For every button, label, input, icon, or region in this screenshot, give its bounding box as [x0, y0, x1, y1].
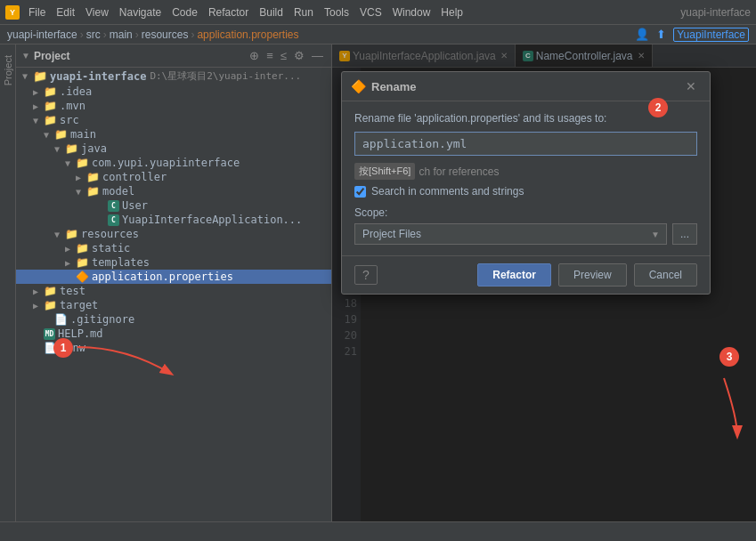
rename-input[interactable]	[354, 132, 697, 156]
tree-item-java[interactable]: ▼ 📁 java	[16, 141, 331, 156]
menu-view[interactable]: View	[80, 4, 114, 20]
search-comments-checkbox[interactable]	[354, 186, 366, 198]
dialog-header: 🔶 Rename ✕	[342, 72, 710, 101]
folder-icon-main: 📁	[54, 128, 68, 141]
project-strip-label[interactable]: Project	[1, 52, 15, 89]
scope-more-button[interactable]: ...	[672, 223, 697, 245]
class-icon-user: C	[108, 200, 119, 212]
scope-select[interactable]: Project Files Module Files All Places	[354, 223, 667, 245]
tree-resources-label: resources	[81, 228, 139, 240]
search-comments-label: Search in comments and strings	[371, 185, 524, 198]
folder-icon-test: 📁	[44, 285, 57, 297]
tree-item-controller[interactable]: ▶ 📁 controller	[16, 170, 331, 184]
tree-item-gitignore[interactable]: 📄 .gitignore	[16, 312, 331, 327]
menu-code[interactable]: Code	[167, 4, 203, 20]
tree-item-test[interactable]: ▶ 📁 test	[16, 284, 331, 298]
md-icon: MD	[44, 328, 55, 340]
status-bar	[0, 521, 756, 541]
folder-icon-controller: 📁	[86, 171, 100, 183]
panel-icon-settings[interactable]: ⚙	[291, 48, 307, 63]
props-icon: 🔶	[76, 270, 89, 283]
tree-item-static[interactable]: ▶ 📁 static	[16, 241, 331, 255]
tree-controller-label: controller	[102, 171, 167, 183]
panel-icon-list[interactable]: ≡	[264, 48, 276, 63]
panel-dropdown-icon: ▼	[21, 51, 30, 61]
tree-model-label: model	[102, 185, 134, 198]
folder-icon-templates: 📁	[76, 256, 89, 269]
panel-icon-collapse[interactable]: ≤	[278, 48, 289, 63]
tree-item-templates[interactable]: ▶ 📁 templates	[16, 255, 331, 270]
panel-title: Project	[34, 50, 70, 62]
tree-item-resources[interactable]: ▼ 📁 resources	[16, 227, 331, 241]
dialog-title-icon: 🔶	[351, 79, 366, 93]
tree-item-app-props[interactable]: 🔶 application.properties	[16, 270, 331, 284]
menu-edit[interactable]: Edit	[51, 4, 80, 20]
breadcrumb-main[interactable]: main	[110, 28, 133, 41]
dialog-close-button[interactable]: ✕	[681, 78, 701, 94]
tree-item-idea[interactable]: ▶ 📁 .idea	[16, 85, 331, 99]
menu-bar: File Edit View Navigate Code Refactor Bu…	[23, 4, 468, 20]
menu-refactor[interactable]: Refactor	[203, 4, 254, 20]
breadcrumb-arrow-icon: ⬆	[656, 28, 666, 42]
folder-icon-idea: 📁	[44, 85, 57, 98]
tree-root-path: D:\星球项目2\yuapi-inter...	[150, 69, 301, 83]
menu-build[interactable]: Build	[254, 4, 289, 20]
tree-item-main[interactable]: ▼ 📁 main	[16, 127, 331, 141]
annotation-1: 1	[53, 338, 73, 358]
tree-item-mvn[interactable]: ▶ 📁 .mvn	[16, 99, 331, 113]
tree-test-label: test	[60, 285, 85, 297]
project-panel: ▼ Project ⊕ ≡ ≤ ⚙ — ▼ 📁 yuapi-interface …	[16, 44, 332, 521]
shortcut-hint-suffix: ch for references	[419, 166, 499, 178]
window-title: yuapi-interface	[680, 6, 751, 19]
menu-run[interactable]: Run	[289, 4, 319, 20]
tree-root-label: yuapi-interface	[50, 70, 146, 83]
shortcut-hint-row: 按[Shift+F6] ch for references	[354, 163, 697, 180]
app-icon: Y	[5, 5, 20, 20]
cancel-button[interactable]: Cancel	[634, 263, 697, 287]
tree-java-label: java	[81, 142, 107, 155]
scope-select-wrapper: Project Files Module Files All Places ▼	[354, 223, 667, 245]
tree-item-model[interactable]: ▼ 📁 model	[16, 184, 331, 198]
breadcrumb-src[interactable]: src	[86, 28, 101, 41]
tree-src-label: src	[60, 114, 79, 126]
tree-item-yuapi-app[interactable]: C YuapiInterfaceApplication...	[16, 213, 331, 227]
tree-yuapi-app-label: YuapiInterfaceApplication...	[122, 214, 302, 226]
folder-icon-java: 📁	[65, 142, 78, 155]
scope-section: Scope: Project Files Module Files All Pl…	[354, 206, 697, 245]
help-button[interactable]: ?	[354, 265, 378, 285]
tree-idea-label: .idea	[60, 85, 92, 98]
menu-tools[interactable]: Tools	[319, 4, 354, 20]
breadcrumb-file[interactable]: application.properties	[197, 28, 298, 41]
scope-label: Scope:	[354, 206, 697, 219]
refactor-button[interactable]: Refactor	[477, 263, 551, 287]
tree-mvn-label: .mvn	[60, 100, 85, 112]
tree-item-com[interactable]: ▼ 📁 com.yupi.yuapiinterface	[16, 156, 331, 170]
menu-window[interactable]: Window	[387, 4, 436, 20]
tree-root[interactable]: ▼ 📁 yuapi-interface D:\星球项目2\yuapi-inter…	[16, 68, 331, 85]
menu-navigate[interactable]: Navigate	[114, 4, 167, 20]
dialog-body: Rename file 'application.properties' and…	[342, 101, 710, 255]
tree-item-user[interactable]: C User	[16, 198, 331, 213]
folder-icon-resources: 📁	[65, 228, 78, 240]
menu-file[interactable]: File	[23, 4, 51, 20]
arrow-3	[684, 374, 756, 445]
dialog-overlay: 🔶 Rename ✕ Rename file 'application.prop…	[332, 44, 756, 521]
panel-icon-minimize[interactable]: —	[309, 48, 326, 63]
dialog-title-row: 🔶 Rename	[351, 79, 417, 93]
preview-button[interactable]: Preview	[558, 263, 627, 287]
tree-static-label: static	[92, 242, 130, 254]
tree-item-target[interactable]: ▶ 📁 target	[16, 298, 331, 312]
editor-area: Y YuapiInterfaceApplication.java ✕ C Nam…	[332, 44, 756, 521]
scope-row: Project Files Module Files All Places ▼ …	[354, 223, 697, 245]
breadcrumb-resources[interactable]: resources	[142, 28, 189, 41]
breadcrumb-user-icon: 👤	[635, 28, 649, 42]
tree-main-label: main	[70, 128, 96, 141]
dialog-description: Rename file 'application.properties' and…	[354, 112, 697, 125]
menu-help[interactable]: Help	[435, 4, 468, 20]
breadcrumb-project[interactable]: yuapi-interface	[7, 28, 77, 41]
panel-icon-add[interactable]: ⊕	[247, 48, 262, 63]
menu-vcs[interactable]: VCS	[354, 4, 387, 20]
folder-icon-model: 📁	[86, 185, 100, 198]
sidebar-strip: Project	[0, 44, 16, 521]
tree-item-src[interactable]: ▼ 📁 src	[16, 113, 331, 127]
